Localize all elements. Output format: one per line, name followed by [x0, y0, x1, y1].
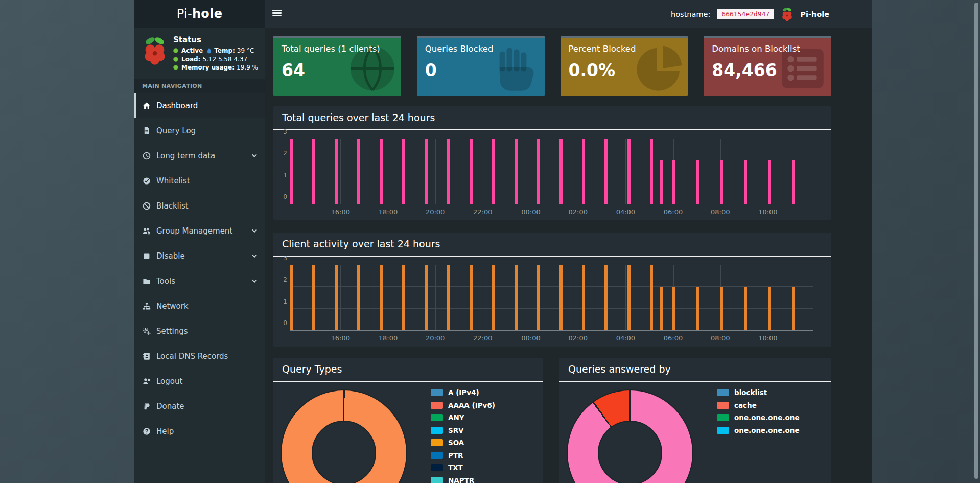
bar	[604, 139, 608, 204]
x-axis-tick-label: 00:00	[521, 208, 540, 216]
sidebar-item-network[interactable]: Network	[134, 293, 265, 318]
bar	[357, 265, 360, 330]
paypal-icon	[143, 402, 151, 410]
clients-over-time-chart[interactable]: 321016:0018:0020:0022:0000:0002:0004:000…	[290, 265, 813, 331]
pihole-logo-icon	[142, 35, 168, 66]
gridline	[388, 265, 388, 330]
sidebar-item-tools[interactable]: Tools	[134, 268, 265, 293]
y-axis-tick-label: 2	[277, 276, 287, 283]
legend-item-aaaa-ipv6[interactable]: AAAA (IPv6)	[431, 401, 495, 409]
queries-chart-panel: Total queries over last 24 hours321016:0…	[273, 106, 831, 220]
legend-item-cache[interactable]: cache	[717, 401, 800, 409]
bar	[515, 139, 518, 204]
sidebar-item-logout[interactable]: Logout	[134, 369, 265, 394]
sidebar-item-query-log[interactable]: Query Log	[134, 118, 265, 143]
legend-item-one-one-one-one[interactable]: one.one.one.one	[717, 413, 800, 422]
legend-item-soa[interactable]: SOA	[431, 439, 495, 447]
card-total-queries: Total queries (1 clients)64	[273, 36, 401, 96]
sidebar-item-long-term-data[interactable]: Long term data	[134, 143, 265, 168]
sitemap-icon	[143, 302, 151, 310]
legend-item-one-one-one-one[interactable]: one.one.one.one	[717, 426, 800, 434]
x-axis-tick-label: 20:00	[426, 208, 445, 216]
legend-item-txt[interactable]: TXT	[431, 464, 495, 472]
legend-item-a-ipv4[interactable]: A (IPv4)	[431, 388, 495, 397]
card-title: Queries Blocked	[425, 44, 536, 54]
sidebar-item-whitelist[interactable]: Whitelist	[134, 168, 265, 193]
y-axis-tick-label: 2	[277, 150, 287, 157]
bar	[447, 139, 450, 204]
chevron-down-icon	[252, 278, 257, 283]
bar	[720, 287, 723, 330]
bar	[582, 265, 585, 330]
sidebar-item-donate[interactable]: Donate	[134, 394, 265, 419]
x-axis-tick-label: 22:00	[473, 334, 492, 342]
bar	[470, 265, 473, 330]
sidebar-toggle-button[interactable]	[272, 10, 282, 18]
x-axis-tick-label: 18:00	[379, 334, 398, 342]
x-axis-tick-label: 06:00	[664, 208, 683, 216]
summary-cards-row: Total queries (1 clients)64Queries Block…	[273, 36, 831, 96]
sidebar-item-settings[interactable]: Settings	[134, 318, 265, 343]
sidebar-item-blacklist[interactable]: Blacklist	[134, 193, 265, 218]
status-box: Status Active Temp: 39 °C Load: 5.12 5.5…	[134, 28, 265, 79]
x-axis-tick-label: 10:00	[758, 208, 777, 216]
sidebar-item-label: Donate	[156, 402, 184, 411]
card-top-strip	[561, 36, 688, 38]
legend-item-naptr[interactable]: NAPTR	[431, 476, 495, 483]
status-ok-icon	[173, 65, 178, 70]
card-value: 0.0%	[569, 60, 680, 80]
x-axis-tick-label: 16:00	[331, 208, 350, 216]
bar	[425, 265, 428, 330]
sidebar-item-label: Blacklist	[156, 201, 189, 211]
bar	[582, 139, 585, 204]
card-top-strip	[704, 36, 831, 38]
legend-item-ptr[interactable]: PTR	[431, 451, 495, 459]
gridline	[388, 139, 388, 204]
queries-over-time-chart[interactable]: 321016:0018:0020:0022:0000:0002:0004:000…	[290, 139, 813, 204]
gridline	[483, 265, 483, 330]
sidebar-item-label: Whitelist	[156, 176, 190, 186]
sidebar-item-help[interactable]: Help	[134, 419, 265, 444]
bar	[492, 265, 495, 330]
sidebar-item-label: Long term data	[156, 151, 215, 160]
users-icon	[143, 227, 151, 235]
bar	[768, 287, 771, 330]
gridline	[435, 265, 436, 330]
status-title: Status	[173, 35, 258, 44]
status-row-active: Active Temp: 39 °C	[173, 47, 258, 54]
brand-logo[interactable]: Pi-hole	[134, 0, 265, 28]
legend-swatch	[717, 414, 729, 421]
file-icon	[143, 127, 151, 135]
navbar-brand-text: Pi-hole	[800, 10, 829, 18]
page-scrollbar[interactable]	[974, 3, 978, 479]
legend-item-srv[interactable]: SRV	[431, 426, 495, 434]
bar	[537, 265, 540, 330]
query-types-donut-chart[interactable]	[281, 389, 407, 483]
gridline	[290, 139, 813, 139]
gridline	[435, 139, 436, 204]
bar	[672, 160, 675, 204]
legend-label: AAAA (IPv6)	[448, 401, 495, 409]
card-domains-blocklist: Domains on Blocklist84,466	[704, 36, 831, 96]
sidebar-item-group-management[interactable]: Group Management	[134, 218, 265, 243]
x-axis-tick-label: 18:00	[379, 208, 398, 216]
bar	[425, 139, 428, 204]
legend-item-blocklist[interactable]: blocklist	[717, 388, 800, 397]
card-top-strip	[417, 36, 545, 38]
card-value: 84,466	[712, 60, 823, 80]
queries-answered-by-donut-chart[interactable]	[567, 389, 693, 483]
panel-title: Client activity over last 24 hours	[273, 233, 831, 257]
legend-label: SOA	[448, 439, 464, 447]
status-active-label: Active	[181, 47, 203, 54]
legend-swatch	[431, 477, 443, 483]
y-axis-tick-label: 3	[277, 255, 287, 262]
brand-prefix: Pi-	[177, 7, 192, 21]
legend-item-any[interactable]: ANY	[431, 413, 495, 422]
status-ok-icon	[173, 48, 178, 53]
gridline	[340, 265, 341, 330]
bar	[335, 139, 338, 204]
sidebar-item-dashboard[interactable]: Dashboard	[134, 93, 265, 118]
bar	[290, 265, 293, 330]
sidebar-item-disable[interactable]: Disable	[134, 243, 265, 268]
sidebar-item-local-dns-records[interactable]: Local DNS Records	[134, 343, 265, 369]
